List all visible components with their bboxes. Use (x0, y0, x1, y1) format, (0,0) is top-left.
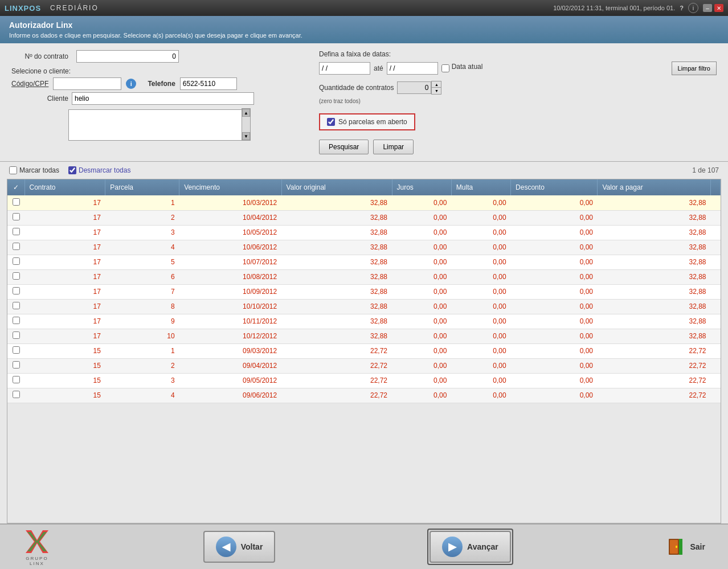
telefone-input[interactable] (180, 77, 237, 90)
info-icon[interactable]: i (688, 3, 698, 13)
table-scroll-inner[interactable]: ✓ Contrato Parcela Vencimento Valor orig… (7, 179, 721, 523)
date-from-input[interactable] (319, 62, 370, 75)
table-cell: 32,88 (598, 225, 711, 240)
main-window: Autorizador Linx Informe os dados e cliq… (0, 16, 728, 569)
voltar-arrow-icon: ◀ (216, 537, 236, 557)
table-cell: 17 (24, 284, 105, 299)
codigo-input[interactable] (53, 77, 121, 90)
row-spacer (711, 269, 721, 284)
form-columns: Nº do contrato Selecione o cliente: Códi… (11, 50, 717, 154)
table-cell: 32,88 (281, 210, 392, 225)
titlebar-left: LINXPOS CREDIÁRIO (5, 4, 99, 13)
row-checkbox[interactable] (13, 391, 20, 398)
table-cell: 09/03/2012 (179, 343, 281, 358)
table-cell: 17 (24, 329, 105, 343)
desmarcar-todas-label: Desmarcar todas (79, 166, 130, 174)
row-checkbox[interactable] (13, 302, 20, 309)
row-checkbox[interactable] (13, 376, 20, 383)
data-atual-checkbox[interactable] (441, 64, 449, 72)
client-textarea[interactable] (68, 109, 251, 141)
avancar-button[interactable]: ▶ Avançar (430, 531, 511, 563)
row-checkbox[interactable] (13, 346, 20, 354)
table-cell: 0,00 (451, 343, 510, 358)
desmarcar-todas-row: Desmarcar todas (68, 166, 130, 174)
table-cell: 15 (24, 358, 105, 373)
row-checkbox-cell (7, 195, 24, 210)
row-checkbox-cell (7, 299, 24, 314)
table-cell: 32,88 (598, 299, 711, 314)
row-checkbox[interactable] (13, 287, 20, 294)
row-checkbox[interactable] (13, 228, 20, 235)
help-icon[interactable]: ? (680, 5, 684, 11)
table-cell: 15 (24, 373, 105, 388)
date-to-input[interactable] (387, 62, 438, 75)
linx-logo-icon (23, 527, 51, 556)
quantidade-input[interactable] (397, 81, 431, 94)
minimize-button[interactable]: – (703, 4, 712, 12)
table-cell: 0,00 (451, 314, 510, 329)
info-button[interactable]: i (126, 79, 136, 89)
scroll-down[interactable]: ▼ (242, 132, 250, 140)
row-checkbox[interactable] (13, 272, 20, 280)
cliente-input[interactable] (72, 92, 254, 105)
row-spacer (711, 343, 721, 358)
table-cell: 2 (105, 358, 179, 373)
scrollbar: ▲ ▼ (242, 108, 251, 141)
row-checkbox[interactable] (13, 361, 20, 369)
table-cell: 32,88 (598, 255, 711, 269)
table-cell: 10/05/2012 (179, 225, 281, 240)
desmarcar-todas-checkbox[interactable] (68, 166, 76, 174)
row-checkbox-cell (7, 269, 24, 284)
row-checkbox[interactable] (13, 198, 20, 206)
app-logo: LINXPOS (5, 4, 41, 13)
table-cell: 32,88 (598, 240, 711, 255)
row-checkbox[interactable] (13, 243, 20, 250)
marcar-todas-checkbox[interactable] (9, 166, 17, 174)
qty-up[interactable]: ▲ (432, 81, 441, 88)
table-scroll-wrap: ✓ Contrato Parcela Vencimento Valor orig… (7, 179, 721, 523)
so-parcelas-checkbox[interactable] (327, 118, 335, 126)
limpar-filtro-button[interactable]: Limpar filtro (672, 62, 717, 75)
row-checkbox[interactable] (13, 257, 20, 265)
table-cell: 0,00 (511, 373, 598, 388)
table-cell: 10/09/2012 (179, 284, 281, 299)
table-cell: 0,00 (392, 240, 451, 255)
qty-down[interactable]: ▼ (432, 88, 441, 94)
voltar-button[interactable]: ◀ Voltar (203, 531, 276, 563)
contrato-input[interactable] (76, 50, 179, 63)
table-cell: 0,00 (511, 269, 598, 284)
form-area: Nº do contrato Selecione o cliente: Códi… (0, 43, 728, 162)
module-name: CREDIÁRIO (50, 4, 99, 12)
row-checkbox[interactable] (13, 317, 20, 324)
table-cell: 0,00 (451, 388, 510, 403)
table-cell: 0,00 (392, 210, 451, 225)
col-desconto: Desconto (511, 179, 598, 195)
table-cell: 0,00 (451, 358, 510, 373)
col-valor-original: Valor original (281, 179, 392, 195)
scroll-up[interactable]: ▲ (242, 109, 250, 117)
titlebar: LINXPOS CREDIÁRIO 10/02/2012 11:31, term… (0, 0, 728, 16)
row-checkbox-cell (7, 373, 24, 388)
table-cell: 0,00 (392, 373, 451, 388)
table-cell: 32,88 (281, 299, 392, 314)
row-checkbox[interactable] (13, 213, 20, 220)
limpar-button[interactable]: Limpar (373, 140, 414, 154)
row-checkbox[interactable] (13, 331, 20, 339)
table-cell: 32,88 (281, 314, 392, 329)
table-cell: 0,00 (451, 299, 510, 314)
cliente-row: Cliente (11, 92, 308, 105)
quantidade-sub: (zero traz todos) (319, 98, 717, 104)
table-cell: 0,00 (392, 314, 451, 329)
table-cell: 32,88 (598, 210, 711, 225)
table-cell: 17 (24, 240, 105, 255)
close-button[interactable]: ✕ (714, 4, 723, 12)
row-checkbox-cell (7, 240, 24, 255)
window-subtitle: Informe os dados e clique em pesquisar. … (9, 32, 719, 39)
pesquisar-button[interactable]: Pesquisar (319, 140, 369, 154)
table-cell: 32,88 (598, 195, 711, 210)
table-cell: 0,00 (451, 255, 510, 269)
sair-button[interactable]: Sair (665, 537, 705, 557)
col-spacer (711, 179, 721, 195)
right-arrow-icon: ▶ (448, 541, 456, 553)
row-spacer (711, 240, 721, 255)
